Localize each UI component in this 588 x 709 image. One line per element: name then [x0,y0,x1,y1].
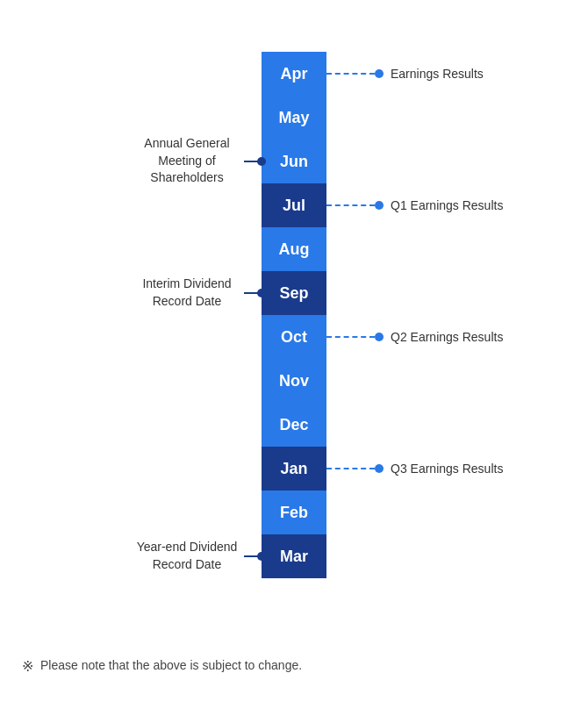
month-block-apr: Apr [262,52,326,96]
main-container: AprMayJunJulAugSepOctNovDecJanFebMar Ann… [22,34,566,675]
month-block-may: May [262,96,326,140]
connector [326,69,391,78]
month-block-jun: Jun [262,140,326,183]
earnings-label: Q1 Earnings Results [391,198,503,212]
earnings-label: Earnings Results [391,67,484,81]
earnings-label: Q3 Earnings Results [391,462,503,476]
month-block-feb: Feb [262,491,326,534]
dashed-line [326,204,375,206]
connector-dot [375,201,384,210]
left-label-text: Annual GeneralMeeting ofShareholders [130,135,244,187]
left-label-line: Shareholders [130,169,244,187]
month-block-sep: Sep [262,271,326,315]
footnote-mark: ※ [22,658,33,675]
month-block-dec: Dec [262,403,326,447]
connector-dot [375,69,384,78]
left-label-text: Year-end DividendRecord Date [130,539,244,573]
month-block-nov: Nov [262,359,326,403]
connector [326,464,391,473]
connector [326,201,391,210]
footnote-text: Please note that the above is subject to… [40,658,302,675]
month-block-oct: Oct [262,315,326,359]
left-connector-dot [257,552,266,561]
right-label-q3-earnings-results: Q3 Earnings Results [326,462,503,476]
connector-dot [375,464,384,473]
connector-dot [375,333,384,341]
month-block-jul: Jul [262,183,326,227]
left-label-line: Year-end Dividend [130,539,244,556]
dashed-line [326,468,375,469]
left-label-text: Interim DividendRecord Date [130,276,244,310]
month-block-mar: Mar [262,534,326,578]
left-connector-dot [257,289,266,297]
earnings-label: Q2 Earnings Results [391,330,503,344]
left-label-line: Interim Dividend [130,276,244,293]
dashed-line [326,336,375,338]
left-label-line: Annual General [130,135,244,153]
left-label-line: Meeting of [130,153,244,170]
right-label-earnings-results: Earnings Results [326,67,484,81]
left-label-line: Record Date [130,293,244,311]
right-label-q1-earnings-results: Q1 Earnings Results [326,198,503,212]
right-label-q2-earnings-results: Q2 Earnings Results [326,330,503,344]
month-block-aug: Aug [262,227,326,271]
dashed-line [326,73,375,75]
month-block-jan: Jan [262,447,326,491]
left-label-line: Record Date [130,556,244,574]
left-connector-dot [257,157,266,166]
footnote: ※ Please note that the above is subject … [22,658,566,675]
months-column: AprMayJunJulAugSepOctNovDecJanFebMar [262,52,326,578]
connector [326,333,391,341]
chart-area: AprMayJunJulAugSepOctNovDecJanFebMar Ann… [22,34,566,641]
